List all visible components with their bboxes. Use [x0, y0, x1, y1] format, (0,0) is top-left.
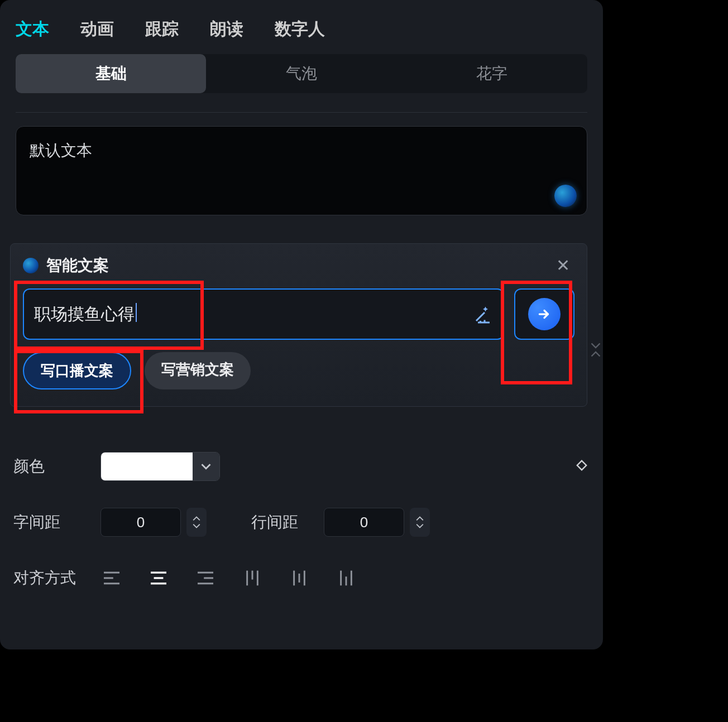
- color-dropdown[interactable]: [193, 453, 219, 480]
- smart-copy-title: 智能文案: [46, 255, 544, 276]
- align-right-icon[interactable]: [194, 567, 217, 589]
- text-style-controls: 颜色 字间距 0 行间距 0: [13, 451, 590, 618]
- line-spacing-label: 行间距: [251, 512, 324, 533]
- copy-type-chips: 写口播文案 写营销文案: [23, 352, 574, 389]
- color-swatch-value[interactable]: [101, 453, 193, 480]
- vertical-align-middle-icon[interactable]: [288, 567, 310, 589]
- ai-orb-icon: [23, 258, 39, 273]
- ai-assist-button[interactable]: [554, 185, 577, 207]
- text-content-value: 默认文本: [30, 140, 573, 161]
- divider: [16, 112, 587, 113]
- letter-spacing-stepper[interactable]: [186, 508, 207, 537]
- top-tab-bar: 文本 动画 跟踪 朗读 数字人: [0, 0, 603, 54]
- send-button-wrap: [514, 288, 574, 340]
- line-spacing-stepper[interactable]: [410, 508, 430, 537]
- prompt-input[interactable]: 职场摸鱼心得: [23, 288, 504, 340]
- smart-copy-popup: 智能文案 ✕ 职场摸鱼心得: [10, 243, 587, 407]
- align-left-icon[interactable]: [100, 567, 123, 589]
- magic-wand-icon[interactable]: [473, 304, 493, 324]
- tab-read-aloud[interactable]: 朗读: [210, 18, 243, 41]
- keyframe-diamond-icon[interactable]: [574, 458, 590, 475]
- alignment-label: 对齐方式: [13, 567, 100, 589]
- sub-tab-bubble[interactable]: 气泡: [206, 54, 396, 93]
- prompt-input-value: 职场摸鱼心得: [34, 303, 467, 326]
- tab-text[interactable]: 文本: [16, 18, 49, 41]
- sub-tab-bar: 基础 气泡 花字: [16, 54, 587, 93]
- tab-tracking[interactable]: 跟踪: [145, 18, 179, 41]
- align-center-icon[interactable]: [147, 567, 170, 589]
- letter-spacing-input[interactable]: 0: [100, 508, 181, 537]
- chip-marketing-copy[interactable]: 写营销文案: [145, 352, 251, 389]
- vertical-align-bottom-icon[interactable]: [335, 567, 357, 589]
- chevron-up-icon: [193, 516, 200, 522]
- sub-tab-fancy-text[interactable]: 花字: [397, 54, 587, 93]
- text-properties-panel: 文本 动画 跟踪 朗读 数字人 基础 气泡 花字 默认文本 智能文案 ✕ 职场摸…: [0, 0, 603, 649]
- chevron-up-icon: [416, 516, 424, 522]
- send-button[interactable]: [528, 298, 561, 330]
- chip-oral-copy[interactable]: 写口播文案: [23, 352, 131, 389]
- vertical-align-top-icon[interactable]: [241, 567, 264, 589]
- close-icon[interactable]: ✕: [552, 255, 574, 276]
- tab-digital-human[interactable]: 数字人: [275, 18, 325, 41]
- sub-tab-basic[interactable]: 基础: [16, 54, 206, 93]
- line-spacing-input[interactable]: 0: [324, 508, 404, 537]
- chevron-down-icon: [416, 523, 424, 528]
- color-label: 颜色: [13, 456, 100, 477]
- chevron-down-icon: [201, 461, 211, 471]
- arrow-right-icon: [537, 307, 552, 321]
- chevron-down-icon: [193, 523, 200, 528]
- scroll-indicator-icon: [591, 343, 601, 357]
- color-picker[interactable]: [100, 452, 220, 481]
- letter-spacing-label: 字间距: [13, 512, 100, 533]
- svg-rect-4: [577, 461, 586, 470]
- text-content-input[interactable]: 默认文本: [16, 126, 587, 215]
- tab-animation[interactable]: 动画: [80, 18, 114, 41]
